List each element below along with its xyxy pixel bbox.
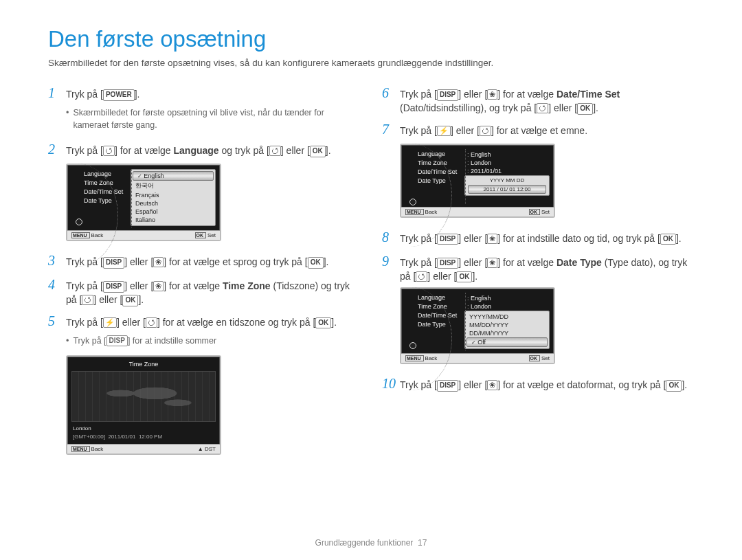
- camera-screenshot-timezone: Time Zone London [GMT+00:00] 2011/01/01 …: [66, 355, 221, 455]
- step-7: 7 Tryk på [⚡] eller [⭯] for at vælge et …: [382, 120, 694, 139]
- timer-icon: ⭯: [103, 146, 115, 156]
- step-6: 6 Tryk på [DISP] eller [❀] for at vælge …: [382, 83, 694, 115]
- left-column: 1 Tryk på [POWER]. Skærmbilledet for før…: [48, 83, 360, 464]
- ok-key: OK: [310, 146, 326, 157]
- step-9: 9 Tryk på [DISP] eller [❀] for at vælge …: [382, 251, 694, 284]
- step-number: 2: [48, 139, 60, 159]
- step-5: 5 Tryk på [⚡] eller [⭯] for at vælge en …: [48, 311, 360, 331]
- ok-key: OK: [308, 257, 324, 269]
- ok-set: Set: [195, 232, 216, 238]
- right-column: 6 Tryk på [DISP] eller [❀] for at vælge …: [382, 83, 694, 464]
- lang-option-selected: English: [133, 171, 214, 181]
- disp-key: DISP: [103, 257, 124, 269]
- camera-screenshot-datetype: Language Time Zone Date/Time Set Date Ty…: [400, 287, 555, 364]
- step-number: 1: [48, 83, 60, 103]
- macro-icon: ❀: [153, 257, 164, 267]
- gear-icon: [76, 219, 82, 225]
- world-map: [71, 371, 216, 422]
- camera-screenshot-datetime: Language Time Zone Date/Time Set Date Ty…: [400, 144, 555, 218]
- flash-icon: ⚡: [103, 317, 117, 328]
- step-1: 1 Tryk på [POWER].: [48, 83, 360, 103]
- page-footer: Grundlæggende funktioner 17: [0, 538, 742, 548]
- step-4: 4 Tryk på [DISP] eller [❀] for at vælge …: [48, 275, 360, 307]
- dst-label: ▲ DST: [198, 446, 216, 452]
- step-2: 2 Tryk på [⭯] for at vælge Language og t…: [48, 139, 360, 159]
- camera-screenshot-language: Language Time Zone Date/Time Set Date Ty…: [66, 164, 221, 241]
- gear-icon: [409, 199, 416, 205]
- power-key: POWER: [103, 89, 135, 101]
- content-columns: 1 Tryk på [POWER]. Skærmbilledet for før…: [48, 83, 694, 464]
- page-intro: Skærmbilledet for den første opsætning v…: [48, 58, 694, 68]
- timer-icon: ⭯: [269, 146, 281, 156]
- step-5-note: Tryk på [DISP] for at indstille sommer: [66, 335, 360, 348]
- step-1-note: Skærmbilledet for første opsætning vil b…: [66, 107, 360, 131]
- page-title: Den første opsætning: [48, 26, 694, 52]
